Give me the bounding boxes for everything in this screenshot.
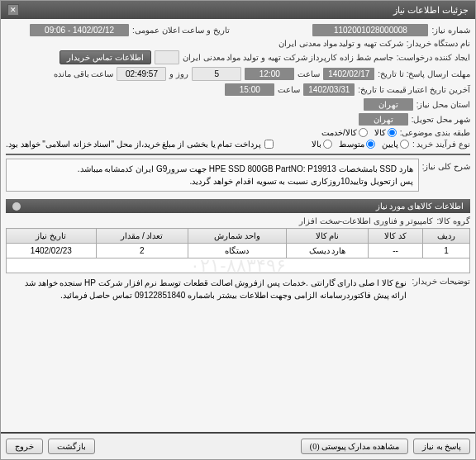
table-empty-row: ۰۲۱-۸۸۳۴۹۶ [7,258,470,273]
cell-idx: 1 [422,244,469,258]
countdown-field: 02:49:57 [117,67,166,81]
cell-unit: دستگاه [188,244,286,258]
deliver-loc-label: شهر محل تحویل: [412,115,470,124]
payment-label: پرداخت تمام یا بخشی از مبلغ خرید،از محل … [6,140,261,149]
buyer-notes-text: نوع کالا ا صلی دارای گارانتی .خدمات پس ا… [6,277,407,301]
deadline-label: مهلت ارسال پاسخ: تا تاریخ: [378,69,470,78]
cell-name: هارد دیسک [287,244,369,258]
need-no-label: شماره نیاز: [431,26,470,35]
desc-label: شرح کلی نیاز: [422,159,470,171]
payment-checkbox[interactable] [264,140,274,149]
goods-group-label: گروه کالا: [436,216,470,225]
items-table: ردیف کد کالا نام کالا واحد شمارش تعداد /… [6,228,470,273]
th-qty: تعداد / مقدار [96,229,188,244]
requester-spacer [155,50,179,64]
exit-button[interactable]: خروج [6,439,43,454]
pack-radio-goods-service[interactable]: کالا/خدمت [321,128,368,137]
window-title: جزئیات اطلاعات نیاز [393,5,469,16]
cell-date: 1402/02/23 [7,244,97,258]
separator [6,154,470,155]
th-code: کد کالا [369,229,423,244]
titlebar: جزئیات اطلاعات نیاز ✕ [1,1,475,19]
pt-high[interactable]: بالا [312,140,332,149]
desc-line1: هارد SSD بامشخصات HPE SSD 800GB PartNO: … [12,163,413,175]
th-unit: واحد شمارش [188,229,286,244]
collapse-icon[interactable] [12,202,21,211]
deliver-loc-field: تهران [359,113,408,126]
desc-line2: پس ازتحویل وتایید10روزکاری نسبت به تسویه… [12,175,413,187]
days-label: روز و [169,69,188,78]
announce-field: 1402/02/12 - 09:06 [30,24,129,36]
pack-radio-group: کالا کالا/خدمت [321,128,397,137]
requester-label: ایجاد کننده درخواست: [397,53,470,62]
purchase-type-group: پایین متوسط بالا [312,140,409,149]
buyer-notes-label: توضیحات خریدار: [412,277,470,301]
remaining-label: ساعت باقی مانده [54,69,114,78]
days-field: 5 [192,67,241,81]
announce-label: تاریخ و ساعت اعلان عمومی: [132,26,230,35]
validity-label: آخرین تاریخ اعتبار قیمت تا تاریخ: [358,85,470,94]
buyer-org-value: شرکت تهیه و تولید مواد معدنی ایران [278,39,403,48]
items-section-title: اطلاعات کالاهای مورد نیاز [376,202,464,211]
pack-radio-goods-input[interactable] [388,128,397,137]
pack-radio-gs-input[interactable] [359,128,368,137]
pack-radio-goods[interactable]: کالا [374,128,397,137]
th-date: تاریخ نیاز [7,229,97,244]
watermark: ۰۲۱-۸۸۳۴۹۶ [190,255,285,277]
close-icon[interactable]: ✕ [7,4,19,16]
pt-low-input[interactable] [400,140,409,149]
contact-buyer-button[interactable]: اطلاعات تماس خریدار [60,50,151,64]
cell-code: -- [369,244,423,258]
desc-box: هارد SSD بامشخصات HPE SSD 800GB PartNO: … [6,159,419,192]
goods-group-value: کامپیوتر و فناوری اطلاعات-سخت افزار [299,216,433,225]
cell-qty: 2 [96,244,188,258]
respond-button[interactable]: پاسخ به نیاز [413,439,470,454]
table-row[interactable]: 1 -- هارد دیسک دستگاه 2 1402/02/23 [7,244,470,258]
deadline-time-field: 12:00 [245,68,294,80]
validity-date-field: 1402/03/31 [303,83,355,96]
pt-high-input[interactable] [323,140,332,149]
purchase-type-label: نوع فرآیند خرید : [412,140,470,149]
deadline-time-label: ساعت [298,69,320,78]
validity-time-field: 15:00 [225,83,274,96]
pt-mid-input[interactable] [366,140,375,149]
need-loc-label: استان محل نیاز: [416,100,470,109]
th-name: نام کالا [287,229,369,244]
items-section-header: اطلاعات کالاهای مورد نیاز [6,199,470,213]
pt-low[interactable]: پایین [382,140,409,149]
table-header-row: ردیف کد کالا نام کالا واحد شمارش تعداد /… [7,229,470,244]
requester-value: جاسم شط زاده کارپرداز شرکت تهیه و تولید … [183,53,393,62]
need-no-field: 1102001028000008 [312,24,428,36]
attachments-button[interactable]: مشاهده مدارک پیوستی (0) [301,439,408,454]
buyer-org-label: نام دستگاه خریدار: [407,39,470,48]
pack-label: طبقه بندی موضوعی: [400,128,470,137]
payment-checkbox-row: پرداخت تمام یا بخشی از مبلغ خرید،از محل … [6,140,274,149]
need-loc-field: تهران [364,98,413,111]
back-button[interactable]: بازگشت [48,439,95,454]
validity-time-label: ساعت [278,85,300,94]
th-idx: ردیف [422,229,469,244]
pt-mid[interactable]: متوسط [339,140,375,149]
deadline-date-field: 1402/02/17 [323,68,374,80]
content-area: شماره نیاز: 1102001028000008 تاریخ و ساع… [1,19,475,432]
footer: پاسخ به نیاز مشاهده مدارک پیوستی (0) باز… [1,432,475,459]
